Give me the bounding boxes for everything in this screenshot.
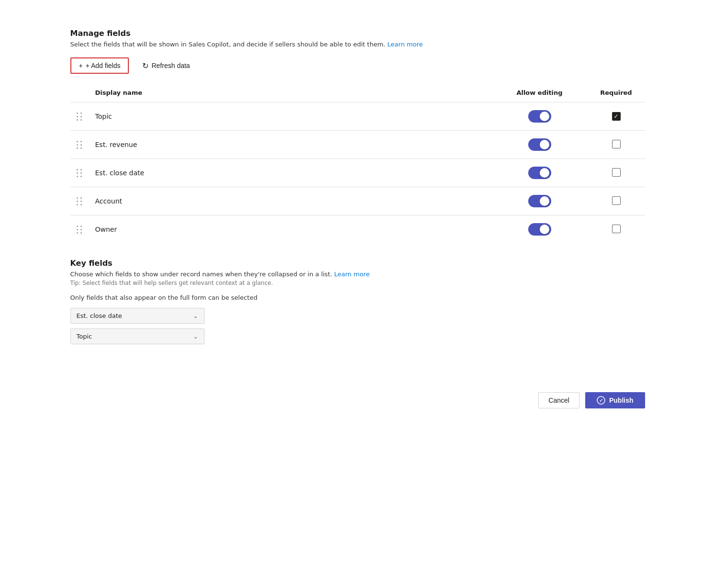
key-fields-restriction: Only fields that also appear on the full… <box>70 294 645 301</box>
required-cell <box>588 187 645 215</box>
allow-editing-header: Allow editing <box>492 85 588 102</box>
field-name: Est. close date <box>95 169 145 177</box>
footer-actions: Cancel ✓ Publish <box>70 383 645 408</box>
allow-editing-cell <box>492 159 588 187</box>
required-cell <box>588 159 645 187</box>
required-cell: ✓ <box>588 102 645 131</box>
table-row: Est. revenue <box>70 131 645 159</box>
allow-editing-toggle[interactable] <box>528 167 551 179</box>
key-fields-desc: Choose which fields to show under record… <box>70 271 645 278</box>
table-row: Owner <box>70 215 645 244</box>
refresh-icon: ↻ <box>142 61 148 70</box>
publish-checkmark-icon: ✓ <box>597 396 605 405</box>
table-header-row: Display name Allow editing Required <box>70 85 645 102</box>
manage-fields-desc: Select the fields that will be shown in … <box>70 41 645 48</box>
key-field-dropdown[interactable]: Est. close date ⌄ <box>70 308 204 324</box>
required-cell <box>588 215 645 244</box>
key-fields-section: Key fields Choose which fields to show u… <box>70 259 645 344</box>
allow-editing-cell <box>492 131 588 159</box>
drag-handle[interactable] <box>76 140 83 149</box>
toggle-slider <box>528 138 551 151</box>
field-name-cell: Est. close date <box>90 159 492 187</box>
field-name-cell: Account <box>90 187 492 215</box>
required-checkbox[interactable] <box>612 168 621 177</box>
required-checkbox[interactable] <box>612 225 621 233</box>
field-name-cell: Owner <box>90 215 492 244</box>
drag-handle[interactable] <box>76 197 83 205</box>
manage-fields-learn-more-link[interactable]: Learn more <box>387 41 423 48</box>
allow-editing-toggle[interactable] <box>528 223 551 236</box>
allow-editing-cell <box>492 215 588 244</box>
key-field-dropdown[interactable]: Topic ⌄ <box>70 328 204 344</box>
chevron-down-icon: ⌄ <box>193 313 198 319</box>
field-name-cell: Topic <box>90 102 492 131</box>
key-fields-learn-more-link[interactable]: Learn more <box>334 271 370 278</box>
allow-editing-toggle[interactable] <box>528 110 551 123</box>
dropdown-value: Est. close date <box>77 312 122 319</box>
required-checkbox[interactable]: ✓ <box>612 112 621 121</box>
drag-col-header <box>70 85 90 102</box>
dropdown-value: Topic <box>77 333 92 340</box>
drag-handle[interactable] <box>76 169 83 177</box>
key-fields-title: Key fields <box>70 259 645 268</box>
toggle-slider <box>528 110 551 123</box>
manage-fields-title: Manage fields <box>70 29 645 38</box>
publish-button[interactable]: ✓ Publish <box>585 392 645 408</box>
required-cell <box>588 131 645 159</box>
allow-editing-toggle[interactable] <box>528 138 551 151</box>
display-name-header: Display name <box>90 85 492 102</box>
chevron-down-icon: ⌄ <box>193 333 198 340</box>
field-name-cell: Est. revenue <box>90 131 492 159</box>
key-fields-tip: Tip: Select fields that will help seller… <box>70 280 645 286</box>
toggle-slider <box>528 195 551 207</box>
add-fields-label: + Add fields <box>86 62 121 69</box>
refresh-label: Refresh data <box>151 62 190 69</box>
field-name: Owner <box>95 226 117 233</box>
table-row: Est. close date <box>70 159 645 187</box>
plus-icon: + <box>79 62 83 69</box>
field-name: Est. revenue <box>95 141 137 148</box>
required-checkbox[interactable] <box>612 196 621 205</box>
fields-table: Display name Allow editing Required Topi… <box>70 85 645 243</box>
table-row: Topic ✓ <box>70 102 645 131</box>
toggle-slider <box>528 167 551 179</box>
cancel-button[interactable]: Cancel <box>538 392 579 408</box>
allow-editing-cell <box>492 102 588 131</box>
manage-fields-section: Manage fields Select the fields that wil… <box>70 29 645 48</box>
drag-handle[interactable] <box>76 225 83 234</box>
toolbar: + + Add fields ↻ Refresh data <box>70 57 645 74</box>
refresh-data-button[interactable]: ↻ Refresh data <box>136 58 195 74</box>
allow-editing-cell <box>492 187 588 215</box>
field-name: Account <box>95 197 123 205</box>
publish-label: Publish <box>609 396 634 404</box>
required-header: Required <box>588 85 645 102</box>
table-row: Account <box>70 187 645 215</box>
required-checkbox[interactable] <box>612 140 621 148</box>
key-fields-dropdowns: Est. close date ⌄ Topic ⌄ <box>70 308 645 344</box>
page-container: Manage fields Select the fields that wil… <box>70 19 645 418</box>
field-name: Topic <box>95 113 112 120</box>
toggle-slider <box>528 223 551 236</box>
add-fields-button[interactable]: + + Add fields <box>70 57 129 74</box>
drag-handle[interactable] <box>76 112 83 121</box>
allow-editing-toggle[interactable] <box>528 195 551 207</box>
